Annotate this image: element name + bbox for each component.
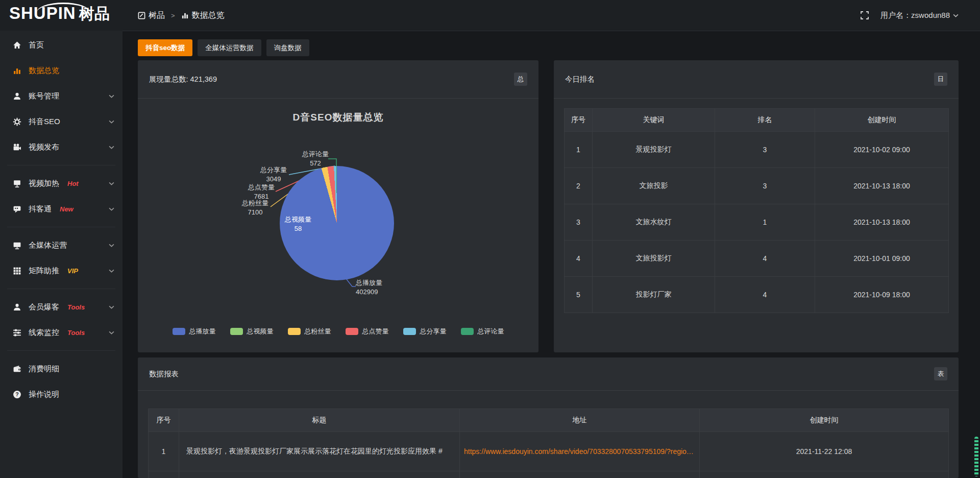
chevron-down-icon [109, 181, 114, 186]
tools-badge: Tools [67, 329, 85, 337]
legend-item-videos[interactable]: 总视频量 [230, 327, 274, 336]
legend-item-likes[interactable]: 总点赞量 [346, 327, 389, 336]
sidebar-item-member-baoke[interactable]: 会员爆客 Tools [0, 294, 122, 320]
col-header-url: 地址 [460, 409, 700, 432]
vip-badge: VIP [67, 267, 78, 275]
vertical-scrollbar-thumb[interactable] [974, 437, 978, 476]
sidebar-divider [7, 227, 115, 227]
fullscreen-icon[interactable] [860, 11, 869, 20]
legend-swatch [288, 328, 301, 335]
col-header-created: 创建时间 [700, 409, 949, 432]
sidebar-item-douyin-seo[interactable]: 抖音SEO [0, 109, 122, 134]
sidebar-item-instructions[interactable]: ? 操作说明 [0, 381, 122, 407]
leader-line-comments [328, 159, 336, 166]
breadcrumb: 树品 > 数据总览 [138, 0, 225, 31]
home-icon [12, 41, 21, 50]
doc-icon [138, 12, 145, 19]
table-row: 1景观投影灯32021-10-02 09:00 [565, 132, 949, 168]
video-title-cell: 景观投影灯，夜游景观投影灯厂家展示展示落花灯在花园里的灯光投影应用效果 # [179, 432, 460, 471]
pie-label-plays: 总播放量402909 [356, 278, 382, 296]
col-header-title: 标题 [179, 409, 460, 432]
tab-inquiry-data[interactable]: 询盘数据 [266, 39, 309, 56]
video-url-link[interactable]: https://www.iesdouyin.com/share/video/70… [460, 432, 700, 471]
sidebar-item-video-publish[interactable]: 视频发布 [0, 134, 122, 160]
data-type-tabs: 抖音seo数据 全媒体运营数据 询盘数据 [138, 39, 309, 56]
chevron-down-icon [109, 243, 114, 248]
sliders-icon [12, 328, 21, 337]
data-report-panel: 数据报表 表 序号 标题 地址 创建时间 1 景观投影灯，夜游景观投影灯厂家展示… [138, 357, 959, 478]
sidebar-item-media-operation[interactable]: 全媒体运营 [0, 232, 122, 258]
svg-text:?: ? [15, 391, 18, 397]
legend-item-comments[interactable]: 总评论量 [461, 327, 504, 336]
table-row: 2文旅投影32021-10-13 18:00 [565, 168, 949, 204]
question-circle-icon: ? [12, 390, 21, 399]
sidebar-item-video-heat[interactable]: 视频加热 Hot [0, 171, 122, 196]
hot-badge: Hot [67, 180, 79, 187]
breadcrumb-current[interactable]: 数据总览 [181, 10, 225, 21]
sidebar-item-account[interactable]: 账号管理 [0, 83, 122, 109]
pie-label-fans: 总粉丝量7100 [242, 199, 268, 217]
report-table: 序号 标题 地址 创建时间 1 景观投影灯，夜游景观投影灯厂家展示展示落花灯在花… [148, 409, 949, 478]
table-view-button[interactable]: 表 [934, 367, 947, 380]
sidebar-divider [7, 289, 115, 289]
legend-item-plays[interactable]: 总播放量 [173, 327, 216, 336]
person-icon [12, 303, 21, 312]
sidebar-divider [7, 350, 115, 351]
chevron-down-icon [109, 268, 114, 274]
legend-swatch [461, 328, 474, 335]
tab-media-operation-data[interactable]: 全媒体运营数据 [198, 39, 261, 56]
sidebar-item-home[interactable]: 首页 [0, 32, 122, 58]
user-icon [12, 92, 21, 101]
tab-douyin-seo-data[interactable]: 抖音seo数据 [138, 39, 192, 56]
gear-icon [12, 117, 21, 126]
total-view-button[interactable]: 总 [514, 73, 527, 86]
chevron-down-icon [109, 330, 114, 336]
sidebar: 首页 数据总览 账号管理 抖音SEO 视频发布 视频加热 Hot 抖客通 New… [0, 31, 122, 478]
tools-badge: Tools [67, 303, 85, 311]
monitor-icon [12, 241, 21, 250]
table-row-partial [149, 471, 949, 478]
legend-item-shares[interactable]: 总分享量 [403, 327, 447, 336]
table-row: 4文旅投影灯42021-10-01 09:00 [565, 241, 949, 277]
pie-label-comments: 总评论量572 [302, 150, 329, 168]
day-view-button[interactable]: 日 [934, 73, 947, 86]
breadcrumb-separator: > [171, 12, 175, 19]
table-header-row: 序号 关键词 排名 创建时间 [565, 109, 949, 132]
breadcrumb-root[interactable]: 树品 [138, 10, 165, 21]
ranking-panel-title: 今日排名 [565, 75, 595, 84]
col-header-rank: 排名 [715, 109, 815, 132]
leader-line-plays [347, 279, 356, 286]
chart-legend: 总播放量 总视频量 总粉丝量 总点赞量 总分享量 总评论量 [138, 327, 538, 336]
overview-panel: 展现量总数: 421,369 总 D音SEO数据量总览 总评论量572 总分享量… [138, 60, 538, 352]
screen-push-icon [12, 179, 21, 188]
report-panel-title: 数据报表 [149, 369, 179, 379]
sidebar-item-data-overview[interactable]: 数据总览 [0, 58, 122, 83]
legend-swatch [403, 328, 416, 335]
table-row: 5投影灯厂家42021-10-09 18:00 [565, 277, 949, 313]
user-menu[interactable]: 用户名：zswodun88 [880, 11, 959, 20]
ranking-table: 序号 关键词 排名 创建时间 1景观投影灯32021-10-02 09:00 2… [564, 108, 949, 313]
wallet-icon [12, 365, 21, 373]
col-header-no: 序号 [565, 109, 593, 132]
sidebar-item-lead-monitor[interactable]: 线索监控 Tools [0, 320, 122, 345]
table-row: 3文旅水纹灯12021-10-13 18:00 [565, 204, 949, 241]
chevron-down-icon [953, 13, 959, 18]
chart-title: D音SEO数据量总览 [138, 111, 538, 124]
col-header-keyword: 关键词 [593, 109, 715, 132]
sidebar-item-matrix-boost[interactable]: 矩阵助推 VIP [0, 258, 122, 283]
sidebar-item-consumption-detail[interactable]: 消费明细 [0, 356, 122, 381]
pie-label-likes: 总点赞量7681 [248, 183, 275, 201]
legend-swatch [346, 328, 358, 335]
col-header-no: 序号 [149, 409, 179, 432]
legend-item-fans[interactable]: 总粉丝量 [288, 327, 331, 336]
bar-chart-icon [181, 12, 189, 19]
app-logo[interactable]: SHUPIN 树品 [9, 4, 110, 25]
chevron-down-icon [109, 119, 114, 125]
chat-icon [12, 205, 21, 213]
bar-chart-icon [12, 66, 21, 75]
legend-swatch [173, 328, 185, 335]
sidebar-divider [7, 165, 115, 165]
chevron-down-icon [109, 206, 114, 212]
sidebar-item-doukertong[interactable]: 抖客通 New [0, 196, 122, 222]
table-header-row: 序号 标题 地址 创建时间 [149, 409, 949, 432]
